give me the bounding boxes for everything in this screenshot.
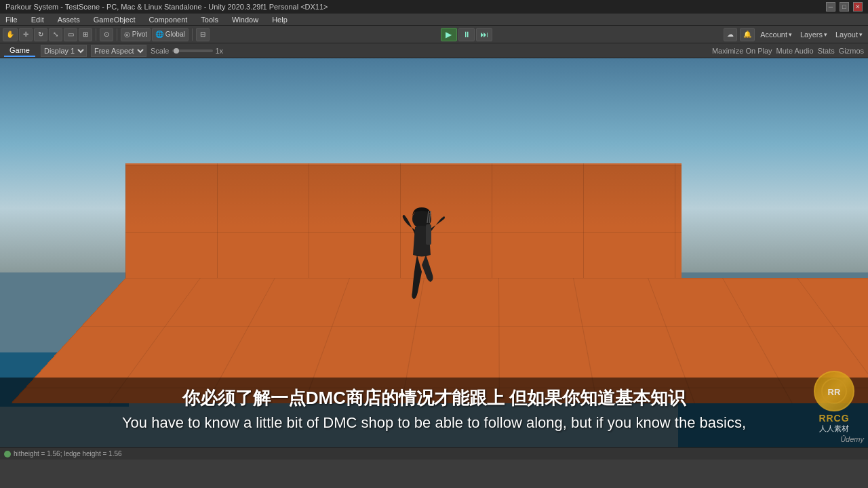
separator-2 bbox=[117, 28, 117, 41]
layers-dropdown[interactable]: Layers bbox=[797, 30, 830, 39]
layout-dropdown[interactable]: Layout bbox=[833, 30, 865, 39]
move-tool-button[interactable]: ✛ bbox=[19, 28, 33, 41]
scale-tool-button[interactable]: ⤡ bbox=[49, 28, 62, 41]
global-icon: 🌐 bbox=[155, 30, 163, 38]
status-icon bbox=[4, 451, 11, 458]
status-bar: hitheight = 1.56; ledge height = 1.56 bbox=[0, 447, 868, 460]
watermark-text: RRCG bbox=[818, 413, 849, 424]
maximize-on-play-button[interactable]: Maximize On Play bbox=[712, 47, 772, 55]
maximize-button[interactable]: □ bbox=[840, 2, 849, 12]
svg-rect-1 bbox=[426, 224, 431, 245]
menu-window[interactable]: Window bbox=[229, 16, 261, 24]
custom-tool-button[interactable]: ⊙ bbox=[100, 28, 113, 41]
scale-slider[interactable] bbox=[172, 49, 213, 52]
mute-audio-button[interactable]: Mute Audio bbox=[776, 47, 814, 55]
character bbox=[393, 204, 448, 312]
rect-tool-button[interactable]: ▭ bbox=[64, 28, 77, 41]
toolbar-right: ☁ 🔔 Account Layers Layout bbox=[724, 28, 865, 41]
game-tab[interactable]: Game bbox=[4, 45, 35, 57]
snap-button[interactable]: ⊟ bbox=[196, 28, 210, 41]
menu-help[interactable]: Help bbox=[269, 16, 290, 24]
menu-gameobject[interactable]: GameObject bbox=[91, 16, 138, 24]
subtitle-chinese: 你必须了解一点DMC商店的情况才能跟上 但如果你知道基本知识 bbox=[14, 387, 854, 410]
step-button[interactable]: ⏭ bbox=[476, 28, 492, 41]
scale-thumb bbox=[174, 48, 179, 54]
character-svg bbox=[393, 204, 448, 312]
window-controls: ─ □ ✕ bbox=[826, 2, 863, 12]
gizmos-button[interactable]: Gizmos bbox=[839, 47, 864, 55]
scale-container: Scale 1x bbox=[151, 47, 223, 55]
game-right-controls: Maximize On Play Mute Audio Stats Gizmos bbox=[712, 47, 864, 55]
menu-component[interactable]: Component bbox=[146, 16, 190, 24]
game-view-bar: Game Display 1 Free Aspect Scale 1x Maxi… bbox=[0, 43, 868, 58]
scale-label: Scale bbox=[151, 47, 170, 55]
collab-button[interactable]: ☁ bbox=[724, 28, 737, 41]
scale-value: 1x bbox=[216, 47, 224, 55]
display-select[interactable]: Display 1 bbox=[41, 45, 87, 57]
separator-3 bbox=[192, 28, 193, 41]
title-text: Parkour System - TestScene - PC, Mac & L… bbox=[5, 3, 826, 11]
svg-text:RR: RR bbox=[828, 387, 841, 397]
toolbar-center: ▶ ⏸ ⏭ bbox=[211, 28, 722, 41]
menu-edit[interactable]: Edit bbox=[28, 16, 47, 24]
menu-file[interactable]: File bbox=[3, 16, 20, 24]
game-view: 你必须了解一点DMC商店的情况才能跟上 但如果你知道基本知识 You have … bbox=[0, 58, 868, 447]
game-sub-controls: Display 1 Free Aspect Scale 1x bbox=[41, 45, 223, 57]
watermark-logo: RR bbox=[814, 371, 854, 411]
close-button[interactable]: ✕ bbox=[853, 2, 863, 12]
account-dropdown[interactable]: Account bbox=[757, 30, 795, 39]
menu-bar: File Edit Assets GameObject Component To… bbox=[0, 14, 868, 26]
global-button[interactable]: 🌐 Global bbox=[152, 28, 189, 41]
minimize-button[interactable]: ─ bbox=[826, 2, 835, 12]
menu-assets[interactable]: Assets bbox=[55, 16, 83, 24]
pivot-button[interactable]: ◎ Pivot bbox=[121, 28, 151, 41]
subtitle-overlay: 你必须了解一点DMC商店的情况才能跟上 但如果你知道基本知识 You have … bbox=[0, 378, 868, 447]
stats-button[interactable]: Stats bbox=[818, 47, 835, 55]
cloud-button[interactable]: 🔔 bbox=[740, 28, 755, 41]
play-button[interactable]: ▶ bbox=[441, 28, 457, 41]
title-bar: Parkour System - TestScene - PC, Mac & L… bbox=[0, 0, 868, 14]
hand-tool-button[interactable]: ✋ bbox=[3, 28, 18, 41]
udemy-badge: Ûdemy bbox=[840, 435, 864, 443]
rotate-tool-button[interactable]: ↻ bbox=[34, 28, 47, 41]
watermark-logo-svg: RR bbox=[821, 378, 848, 405]
toolbar: ✋ ✛ ↻ ⤡ ▭ ⊞ ⊙ ◎ Pivot 🌐 Global ⊟ ▶ ⏸ ⏭ ☁… bbox=[0, 26, 868, 43]
watermark: RR RRCG 人人素材 bbox=[814, 371, 854, 434]
subtitle-english: You have to know a little bit of DMC sho… bbox=[14, 413, 854, 434]
transform-tool-button[interactable]: ⊞ bbox=[79, 28, 92, 41]
pivot-icon: ◎ bbox=[124, 30, 130, 38]
watermark-subtext: 人人素材 bbox=[819, 424, 849, 434]
status-text: hitheight = 1.56; ledge height = 1.56 bbox=[14, 450, 122, 458]
separator-1 bbox=[96, 28, 96, 41]
aspect-select[interactable]: Free Aspect bbox=[91, 45, 146, 57]
pause-button[interactable]: ⏸ bbox=[458, 28, 475, 41]
menu-tools[interactable]: Tools bbox=[198, 16, 221, 24]
